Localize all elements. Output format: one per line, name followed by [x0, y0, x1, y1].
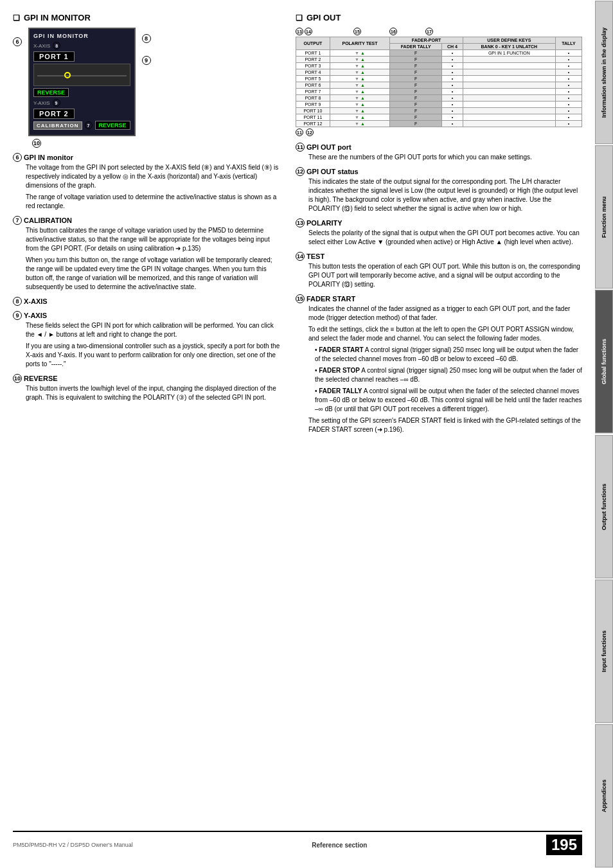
desc-9: 9 Y-AXIS These fields select the GPI IN …	[13, 311, 283, 369]
sidebar-tab-function-menu[interactable]: Function menu	[595, 145, 613, 288]
cell-port: PORT 1	[296, 50, 330, 57]
table-row: PORT 7 ▼ ▲ F • •	[296, 89, 582, 95]
page-footer: PM5D/PM5D-RH V2 / DSP5D Owner's Manual R…	[13, 831, 582, 855]
th-fader-tally: FADER TALLY	[390, 44, 442, 50]
desc-8-title: 8 X-AXIS	[13, 297, 283, 306]
desc-14-text: This button tests the operation of each …	[296, 262, 582, 289]
table-annot-15: 15	[353, 28, 361, 35]
right-sidebar: Information shown in the display Functio…	[595, 0, 613, 868]
desc-15-text2: To edit the settings, click the ≡ button…	[296, 325, 582, 343]
left-descriptions: 6 GPI IN monitor The voltage from the GP…	[13, 153, 283, 402]
annot-9-right: 9	[142, 56, 151, 65]
graph-circle	[64, 72, 71, 78]
graph-display	[33, 64, 130, 86]
annot-6: 6	[13, 37, 22, 46]
num-7: 7	[13, 216, 22, 225]
table-annot-11: 11	[296, 128, 303, 136]
graph-line	[37, 75, 127, 76]
desc-12: 12 GPI OUT status This indicates the sta…	[296, 167, 582, 213]
table-row: PORT 11 ▼ ▲ F • •	[296, 114, 582, 121]
table-annot-16: 16	[389, 28, 397, 35]
desc-11-title: 11 GPI OUT port	[296, 143, 582, 152]
port2-display: PORT 2	[33, 109, 75, 119]
desc-15-text: Indicates the channel of the fader assig…	[296, 305, 582, 323]
monitor-diagram-container: 6 GPI IN MONITOR X-AXIS 8	[13, 28, 283, 148]
sidebar-tab-global-functions[interactable]: Global functions	[595, 290, 613, 433]
table-row: PORT 8 ▼ ▲ F • •	[296, 95, 582, 102]
gpi-out-table-container: 13 14 15 16 17 OUTPUT POLARITY	[296, 28, 582, 136]
page-container: GPI IN MONITOR 6 GPI IN MONITOR	[0, 0, 613, 868]
calibration-display[interactable]: CALIBRATION	[33, 121, 82, 130]
num-9: 9	[13, 311, 22, 320]
desc-15: 15 FADER START Indicates the channel of …	[296, 294, 582, 434]
table-row: PORT 5 ▼ ▲ F • •	[296, 76, 582, 82]
num-8: 8	[13, 297, 22, 306]
cell-ch: •	[442, 50, 463, 57]
port1-display: PORT 1	[33, 51, 75, 62]
desc-9-title: 9 Y-AXIS	[13, 311, 283, 320]
bullet-fader-start: FADER START A control signal (trigger si…	[296, 346, 582, 364]
annot-9: 9	[53, 99, 60, 107]
cell-polarity: ▼ ▲	[330, 50, 389, 57]
x-axis-label: X-AXIS	[33, 43, 50, 49]
footer-ref: Reference section	[312, 842, 367, 849]
num-14: 14	[296, 252, 305, 261]
desc-10: 10 REVERSE This button inverts the low/h…	[13, 374, 283, 402]
table-annot-12: 12	[306, 128, 314, 136]
num-10: 10	[13, 374, 22, 383]
left-column: GPI IN MONITOR 6 GPI IN MONITOR	[13, 13, 283, 831]
sidebar-tab-input-functions[interactable]: Input functions	[595, 580, 613, 723]
desc-11: 11 GPI OUT port These are the numbers of…	[296, 143, 582, 162]
desc-6: 6 GPI IN monitor The voltage from the GP…	[13, 153, 283, 211]
th-output: OUTPUT	[296, 37, 330, 50]
desc-6-title: 6 GPI IN monitor	[13, 153, 283, 162]
desc-15-title: 15 FADER START	[296, 294, 582, 303]
cell-tally: •	[555, 50, 582, 57]
bullet-fader-tally: FADER TALLY A control signal will be out…	[296, 387, 582, 414]
annot-8: 8	[53, 42, 60, 49]
main-content: GPI IN MONITOR 6 GPI IN MONITOR	[0, 0, 595, 868]
th-polarity: POLARITY TEST	[330, 37, 389, 50]
table-annot-14: 14	[305, 28, 312, 35]
table-annot-13: 13	[296, 28, 303, 35]
desc-12-title: 12 GPI OUT status	[296, 167, 582, 176]
table-row: PORT 9 ▼ ▲ F • •	[296, 102, 582, 108]
desc-14: 14 TEST This button tests the operation …	[296, 252, 582, 289]
desc-7-title: 7 CALIBRATION	[13, 216, 283, 225]
table-annot-17: 17	[425, 28, 433, 35]
num-6: 6	[13, 153, 22, 162]
sidebar-tab-info-display[interactable]: Information shown in the display	[595, 1, 613, 144]
right-column: GPI OUT 13 14 15 16 17	[296, 13, 582, 831]
table-row: PORT 2 ▼ ▲ F • •	[296, 57, 582, 63]
table-row: PORT 4 ▼ ▲ F • •	[296, 69, 582, 76]
table-row: PORT 12 ▼ ▲ F • •	[296, 121, 582, 127]
desc-6-text: The voltage from the GPI IN port selecte…	[13, 163, 283, 190]
th-fader-port: FADER-PORT	[390, 37, 463, 44]
right-descriptions: 11 GPI OUT port These are the numbers of…	[296, 143, 582, 434]
th-user-keys: USER DEFINE KEYS	[463, 37, 555, 44]
sidebar-tab-output-functions[interactable]: Output functions	[595, 435, 613, 578]
sidebar-tab-appendices[interactable]: Appendices	[595, 724, 613, 867]
desc-15-text3: The setting of the GPI screen's FADER ST…	[296, 416, 582, 434]
gpi-out-table: OUTPUT POLARITY TEST FADER-PORT USER DEF…	[296, 37, 582, 127]
desc-13-title: 13 POLARITY	[296, 218, 582, 227]
num-13: 13	[296, 218, 305, 227]
desc-7-text2: When you turn this button on, the range …	[13, 256, 283, 292]
desc-14-title: 14 TEST	[296, 252, 582, 261]
table-row: PORT 10 ▼ ▲ F • •	[296, 108, 582, 114]
monitor-screen: GPI IN MONITOR X-AXIS 8 PORT 1	[28, 28, 136, 136]
desc-10-title: 10 REVERSE	[13, 374, 283, 383]
num-15: 15	[296, 294, 305, 303]
desc-9-text: These fields select the GPI IN port for …	[13, 321, 283, 339]
cell-fader-tally: F	[390, 50, 442, 57]
desc-7-text: This button calibrates the range of volt…	[13, 226, 283, 253]
gpi-in-monitor-header: GPI IN MONITOR	[13, 13, 283, 22]
desc-6-text2: The range of voltage variation used to d…	[13, 193, 283, 211]
desc-7: 7 CALIBRATION This button calibrates the…	[13, 216, 283, 292]
num-11: 11	[296, 143, 305, 152]
table-row: PORT 3 ▼ ▲ F • •	[296, 63, 582, 69]
desc-13: 13 POLARITY Selects the polarity of the …	[296, 218, 582, 247]
reverse2-display: REVERSE	[95, 121, 130, 130]
desc-13-text: Selects the polarity of the signal that …	[296, 229, 582, 247]
table-row: PORT 1 ▼ ▲ F • GPI IN 1 FUNCTION •	[296, 50, 582, 57]
